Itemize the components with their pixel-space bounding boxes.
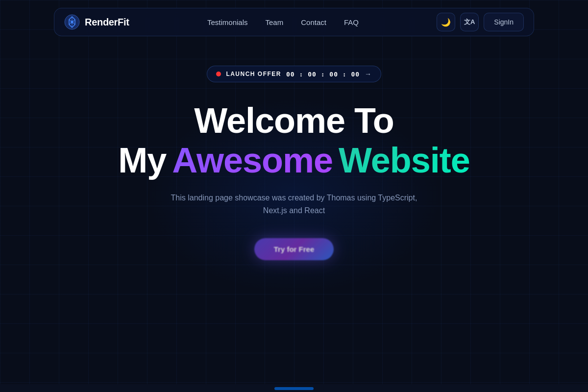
- launch-timer: 00 : 00 : 00 : 00: [286, 71, 360, 78]
- nav-logo-group: RenderFit: [64, 14, 129, 30]
- svg-point-1: [71, 21, 74, 24]
- signin-button[interactable]: SignIn: [484, 13, 524, 31]
- brand-name: RenderFit: [85, 17, 129, 28]
- logo-icon: [64, 14, 80, 30]
- cta-button[interactable]: Try for Free: [254, 238, 334, 260]
- hero-subtitle: This landing page showcase was created b…: [167, 192, 421, 217]
- hero-title: Welcome To My Awesome Website: [118, 101, 470, 180]
- nav-link-contact[interactable]: Contact: [301, 18, 326, 26]
- hero-title-awesome: Awesome: [172, 141, 333, 180]
- hero-title-line1: Welcome To: [118, 101, 470, 141]
- nav-actions: 🌙 文A SignIn: [437, 13, 524, 31]
- nav-links: Testimonials Team Contact FAQ: [207, 18, 359, 26]
- nav-link-testimonials[interactable]: Testimonials: [207, 18, 248, 26]
- nav-link-team[interactable]: Team: [266, 18, 284, 26]
- nav-link-faq[interactable]: FAQ: [344, 18, 359, 26]
- translate-button[interactable]: 文A: [460, 13, 479, 31]
- bottom-bar: [0, 384, 588, 392]
- launch-arrow: →: [365, 70, 372, 78]
- dark-mode-button[interactable]: 🌙: [437, 13, 455, 31]
- hero-title-my: My: [118, 141, 166, 180]
- scrollbar-thumb: [274, 387, 314, 390]
- launch-label: LAUNCH OFFER: [226, 71, 281, 77]
- navbar: RenderFit Testimonials Team Contact FAQ …: [54, 8, 534, 36]
- hero-section: LAUNCH OFFER 00 : 00 : 00 : 00 → Welcome…: [0, 66, 588, 260]
- live-indicator: [216, 72, 221, 76]
- hero-title-line2: My Awesome Website: [118, 141, 470, 180]
- hero-title-website: Website: [339, 141, 470, 180]
- launch-offer-badge[interactable]: LAUNCH OFFER 00 : 00 : 00 : 00 →: [207, 66, 381, 82]
